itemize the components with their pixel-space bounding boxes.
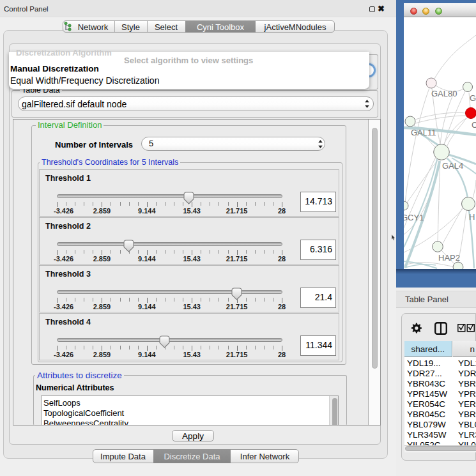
- svg-text:G.: G.: [470, 93, 476, 103]
- svg-text:HAP2: HAP2: [438, 253, 460, 263]
- svg-text:GAL80: GAL80: [431, 89, 457, 98]
- svg-text:GAL11: GAL11: [411, 128, 436, 137]
- svg-text:GCY1: GCY1: [404, 213, 424, 222]
- svg-text:C: C: [472, 120, 476, 130]
- svg-text:H: H: [469, 212, 475, 222]
- svg-text:GAL4: GAL4: [442, 161, 463, 171]
